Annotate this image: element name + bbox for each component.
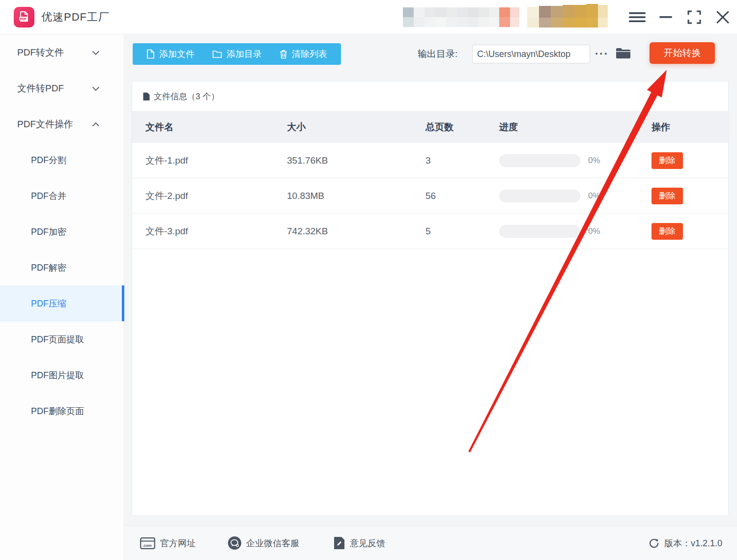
sidebar-item-pdf-page-extract[interactable]: PDF页面提取 [0, 321, 124, 357]
cell-pages: 3 [425, 155, 499, 166]
file-info-title: 文件信息（3 个） [154, 91, 219, 102]
feedback-link[interactable]: 意见反馈 [334, 536, 385, 550]
sidebar-item-pdf-split[interactable]: PDF分割 [0, 142, 124, 178]
table-row: 文件-3.pdf 742.32KB 5 0% 删除 [132, 214, 728, 249]
progress-bar [499, 190, 580, 202]
app-logo-icon: PDF [14, 7, 34, 28]
wechat-support-label: 企业微信客服 [246, 537, 299, 549]
add-file-button[interactable]: 添加文件 [138, 43, 203, 65]
sidebar-group-pdf-to-file[interactable]: PDF转文件 [0, 34, 124, 70]
cell-progress: 0% [499, 154, 652, 167]
sidebar-item-label: PDF加密 [31, 226, 66, 238]
add-folder-label: 添加目录 [227, 48, 262, 60]
sidebar-item-pdf-compress[interactable]: PDF压缩 [0, 285, 124, 321]
chevron-down-icon [92, 84, 99, 90]
cell-size: 742.32KB [287, 226, 425, 237]
col-header-progress: 进度 [499, 121, 652, 134]
browse-ellipsis-button[interactable]: ··· [595, 45, 609, 63]
maximize-icon[interactable] [680, 0, 709, 34]
app-brand: PDF 优速PDF工厂 [14, 7, 110, 28]
sidebar-group-label: 文件转PDF [17, 82, 64, 95]
official-website-link[interactable]: .com 官方网址 [140, 537, 196, 549]
sidebar: PDF转文件 文件转PDF PDF文件操作 PDF分割 PDF合并 PDF加密 … [0, 34, 124, 560]
output-dir-label: 输出目录: [418, 34, 457, 74]
app-title: 优速PDF工厂 [41, 10, 110, 25]
feedback-icon [334, 536, 345, 550]
clear-list-button[interactable]: 清除列表 [271, 43, 336, 65]
refresh-icon[interactable] [649, 538, 659, 549]
sidebar-item-pdf-delete-pages[interactable]: PDF删除页面 [0, 393, 124, 429]
table-row: 文件-1.pdf 351.76KB 3 0% 删除 [132, 143, 728, 178]
progress-percent: 0% [588, 226, 600, 236]
sidebar-item-label: PDF合并 [31, 190, 66, 202]
col-header-filename: 文件名 [145, 121, 287, 134]
col-header-size: 大小 [287, 121, 425, 134]
table-header-row: 文件名 大小 总页数 进度 操作 [132, 111, 728, 143]
cell-size: 10.83MB [287, 191, 425, 201]
cell-filename: 文件-2.pdf [145, 190, 287, 202]
col-header-action: 操作 [652, 121, 728, 134]
folder-solid-icon [616, 47, 631, 59]
window-controls [623, 0, 737, 34]
add-folder-button[interactable]: 添加目录 [203, 43, 271, 65]
title-bar: PDF 优速PDF工厂 [0, 0, 737, 34]
sidebar-group-pdf-operations[interactable]: PDF文件操作 [0, 106, 124, 142]
sidebar-group-label: PDF转文件 [17, 46, 64, 59]
file-actions-toolbar: 添加文件 添加目录 清除列表 [133, 43, 341, 65]
progress-bar [499, 225, 580, 238]
sidebar-item-label: PDF解密 [31, 262, 66, 274]
file-info-card: 文件信息（3 个） 文件名 大小 总页数 进度 操作 文件-1.pdf 351.… [132, 81, 729, 516]
trash-icon [280, 50, 287, 59]
cell-progress: 0% [499, 190, 652, 202]
open-folder-button[interactable] [616, 47, 631, 61]
cell-pages: 56 [425, 191, 499, 201]
sidebar-item-label: PDF图片提取 [31, 369, 84, 381]
folder-icon [212, 50, 222, 58]
progress-percent: 0% [588, 191, 600, 201]
file-icon [146, 49, 155, 59]
cell-size: 351.76KB [287, 155, 425, 166]
active-indicator [122, 285, 124, 321]
footer-bar: .com 官方网址 企业微信客服 意见反馈 版本： [124, 526, 737, 560]
chevron-down-icon [92, 48, 99, 55]
sidebar-item-pdf-image-extract[interactable]: PDF图片提取 [0, 357, 124, 393]
close-icon[interactable] [709, 0, 737, 34]
col-header-pages: 总页数 [425, 121, 499, 134]
svg-text:PDF: PDF [20, 17, 27, 21]
cell-pages: 5 [425, 226, 499, 237]
delete-button[interactable]: 删除 [652, 188, 683, 204]
document-icon [143, 92, 150, 101]
official-website-label: 官方网址 [160, 537, 196, 549]
start-convert-button[interactable]: 开始转换 [650, 42, 715, 64]
website-icon: .com [140, 537, 155, 549]
menu-icon[interactable] [623, 0, 652, 34]
delete-button[interactable]: 删除 [652, 152, 683, 169]
progress-percent: 0% [588, 156, 600, 166]
svg-text:.com: .com [142, 543, 152, 548]
sidebar-item-pdf-merge[interactable]: PDF合并 [0, 178, 124, 214]
file-info-header: 文件信息（3 个） [132, 82, 728, 111]
main-panel: 添加文件 添加目录 清除列表 输出目录: ··· 开始转换 文件信 [124, 34, 737, 560]
output-dir-input[interactable] [472, 45, 590, 63]
minimize-icon[interactable] [652, 0, 680, 34]
cell-filename: 文件-3.pdf [145, 225, 287, 238]
sidebar-group-label: PDF文件操作 [17, 118, 73, 131]
sidebar-item-pdf-encrypt[interactable]: PDF加密 [0, 214, 124, 250]
delete-button[interactable]: 删除 [652, 223, 683, 240]
wechat-support-link[interactable]: 企业微信客服 [228, 536, 299, 550]
blurred-region-vip [527, 4, 608, 28]
clear-list-label: 清除列表 [292, 48, 327, 60]
version-label: 版本：v1.2.1.0 [664, 537, 722, 549]
sidebar-item-label: PDF压缩 [31, 298, 66, 309]
sidebar-item-label: PDF删除页面 [31, 405, 84, 417]
feedback-label: 意见反馈 [350, 537, 385, 549]
sidebar-group-file-to-pdf[interactable]: 文件转PDF [0, 70, 124, 106]
chevron-up-icon [92, 122, 99, 129]
sidebar-item-pdf-decrypt[interactable]: PDF解密 [0, 250, 124, 285]
add-file-label: 添加文件 [159, 48, 195, 60]
progress-bar [499, 154, 580, 167]
sidebar-item-label: PDF页面提取 [31, 334, 84, 345]
wechat-service-icon [228, 536, 241, 550]
version-info: 版本：v1.2.1.0 [649, 537, 722, 549]
cell-progress: 0% [499, 225, 652, 238]
